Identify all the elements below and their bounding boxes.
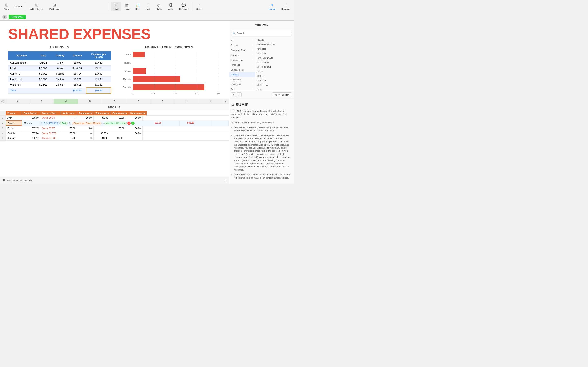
- bottom-left-icon[interactable]: ☰: [2, 179, 5, 182]
- expense-cell[interactable]: $88.00: [68, 60, 86, 66]
- col-header-h[interactable]: H: [175, 99, 199, 104]
- duncan-owes-cell[interactable]: $0.00: [126, 116, 143, 120]
- media-btn[interactable]: 🖼 Media: [165, 2, 176, 11]
- contributed-cell[interactable]: $87.17: [22, 126, 40, 131]
- col-header-i[interactable]: I: [199, 99, 223, 104]
- fatima-owes-cell[interactable]: $0.00 –: [94, 131, 110, 136]
- chart-btn[interactable]: 📊 Chart: [133, 2, 143, 11]
- owes-cell[interactable]: Owes: $7.77: [40, 126, 61, 131]
- category-item[interactable]: Engineering›: [229, 58, 255, 62]
- person-cell-editing[interactable]: Ruben: [6, 120, 22, 126]
- category-item[interactable]: All›: [229, 38, 255, 43]
- function-name-item[interactable]: ROUND: [255, 51, 294, 56]
- bottom-right-icon[interactable]: ⊙: [224, 179, 226, 182]
- col-header-f[interactable]: F: [126, 99, 150, 104]
- person-cell[interactable]: Fatima: [6, 126, 22, 131]
- expense-cell[interactable]: Cynthia: [52, 77, 68, 82]
- cynthia-cell[interactable]: [196, 120, 212, 126]
- andy-owes-cell[interactable]: $0.00: [61, 126, 77, 131]
- formula-chip[interactable]: Contributed Ruben ▾: [104, 122, 127, 125]
- andy-owes-cell[interactable]: –: [61, 116, 77, 120]
- expense-cell[interactable]: 8/12/22: [35, 66, 52, 71]
- function-name-item[interactable]: SQRT: [255, 74, 294, 78]
- cynthia-owes-cell[interactable]: $0.00 –: [110, 136, 126, 141]
- cynthia-owes-cell[interactable]: $0.00: [110, 116, 126, 120]
- formula-chip[interactable]: ISBLANK: [47, 122, 60, 125]
- function-name-item[interactable]: ROUNDDOWN: [255, 56, 294, 60]
- fatima-owes-cell[interactable]: [94, 126, 110, 131]
- owes-cell[interactable]: Owes: $6.94: [40, 116, 61, 120]
- duncan-cell[interactable]: [212, 120, 229, 126]
- person-cell[interactable]: Duncan: [6, 136, 22, 141]
- duncan-owes-cell[interactable]: [126, 136, 143, 141]
- col-header-d[interactable]: D: [78, 99, 102, 104]
- search-input[interactable]: [231, 31, 292, 36]
- owes-cell[interactable]: Owes: $27.70: [40, 131, 61, 136]
- contrib-cell-editing[interactable]: $1•fx▾: [22, 120, 40, 126]
- expense-cell[interactable]: Duncan: [52, 82, 68, 88]
- col-header-g[interactable]: G: [150, 99, 174, 104]
- category-item[interactable]: Text›: [229, 87, 255, 91]
- share-btn[interactable]: ↑ Share: [194, 2, 204, 11]
- category-item[interactable]: Statistical›: [229, 82, 255, 87]
- ruben-owes-cell[interactable]: $0.00: [77, 116, 94, 120]
- category-item[interactable]: Date and Time›: [229, 48, 255, 53]
- duncan-owes-cell[interactable]: $0.00: [126, 126, 143, 131]
- formula-close-btn[interactable]: ✕: [127, 122, 131, 125]
- expense-cell[interactable]: 8/5/22: [35, 60, 52, 66]
- andy-cell[interactable]: $27.70: [147, 120, 163, 126]
- pivot-table-btn[interactable]: ⊡ Pivot Table: [47, 2, 62, 11]
- comment-btn[interactable]: 💬 Comment: [177, 2, 190, 11]
- andy-owes-cell[interactable]: $0.00: [61, 136, 77, 141]
- insert-function-btn[interactable]: Insert Function: [272, 92, 292, 97]
- col-header-c[interactable]: C: [54, 99, 78, 104]
- expense-cell[interactable]: Concert tickets: [8, 60, 35, 66]
- cynthia-owes-cell[interactable]: $0.00: [110, 126, 126, 131]
- col-header-e[interactable]: E: [102, 99, 126, 104]
- shape-btn[interactable]: ◇ Shape: [154, 2, 164, 11]
- expense-cell[interactable]: $35.83: [86, 66, 111, 71]
- contributed-cell[interactable]: $88.00: [22, 116, 40, 120]
- format-btn[interactable]: ✦ Format: [267, 2, 278, 11]
- row-selector[interactable]: ○: [1, 100, 4, 103]
- cynthia-owes-cell[interactable]: [110, 131, 126, 136]
- function-name-item[interactable]: SUM: [255, 87, 294, 91]
- category-item[interactable]: Reference›: [229, 77, 255, 82]
- expense-cell[interactable]: 9/14/21: [35, 82, 52, 88]
- contributed-cell[interactable]: $53.11: [22, 136, 40, 141]
- formula-chip[interactable]: $A3: [60, 122, 68, 125]
- expense-cell[interactable]: 9/12/21: [35, 77, 52, 82]
- expense-cell[interactable]: Electric Bill: [8, 77, 35, 82]
- category-item[interactable]: Financial›: [229, 62, 255, 67]
- contributed-cell[interactable]: $67.24: [22, 131, 40, 136]
- expense-cell[interactable]: $87.17: [68, 71, 86, 77]
- expense-cell[interactable]: $179.16: [68, 66, 86, 71]
- fatima-owes-cell[interactable]: $0.00: [94, 116, 110, 120]
- view-btn[interactable]: ⊞ View: [2, 2, 11, 11]
- category-item[interactable]: Numeric›: [229, 72, 255, 77]
- function-name-item[interactable]: SERIESSUM: [255, 65, 294, 69]
- function-name-item[interactable]: SQRTPI: [255, 78, 294, 83]
- expense-cell[interactable]: $53.11: [68, 82, 86, 88]
- insert-btn[interactable]: ⊕ Insert: [111, 2, 121, 11]
- organize-btn[interactable]: ☰ Organize: [279, 2, 292, 11]
- table-btn[interactable]: ▦ Table: [122, 2, 132, 11]
- nav-prev[interactable]: ‹: [231, 92, 236, 97]
- function-name-item[interactable]: RANDBETWEEN: [255, 42, 294, 47]
- category-item[interactable]: Recent›: [229, 43, 255, 48]
- pause-btn[interactable]: ⏸: [223, 100, 229, 103]
- ruben-owes-cell[interactable]: 0 –: [77, 126, 94, 131]
- category-item[interactable]: Logical & Info›: [229, 67, 255, 72]
- col-header-b[interactable]: B: [30, 99, 54, 104]
- expense-cell[interactable]: $13.45: [86, 77, 111, 82]
- expense-cell[interactable]: $67.24: [68, 77, 86, 82]
- ruben-owes-cell[interactable]: 0: [77, 131, 94, 136]
- ruben-cell[interactable]: [163, 120, 180, 126]
- category-item[interactable]: Duration›: [229, 53, 255, 58]
- duncan-owes-cell[interactable]: $0.00: [126, 131, 143, 136]
- function-name-item[interactable]: SUBTOTAL: [255, 83, 294, 87]
- formula-check-btn[interactable]: ✓: [131, 122, 135, 125]
- function-name-item[interactable]: RAND: [255, 38, 294, 42]
- nav-next[interactable]: ›: [237, 92, 242, 97]
- expense-cell[interactable]: Ruben: [52, 66, 68, 71]
